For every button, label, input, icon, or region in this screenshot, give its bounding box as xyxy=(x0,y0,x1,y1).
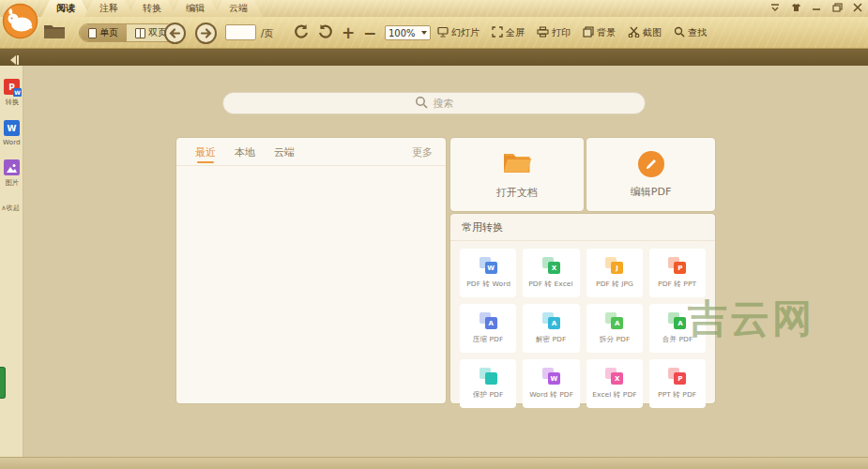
folder-icon xyxy=(502,150,532,178)
pdf-to-word-icon: W xyxy=(480,257,497,274)
zoom-out-button[interactable]: − xyxy=(363,17,376,49)
conv-pdf-to-word[interactable]: W PDF 转 Word xyxy=(460,249,516,297)
slideshow-icon xyxy=(437,26,449,39)
decrypt-pdf-icon: A xyxy=(542,312,560,329)
conv-excel-to-pdf[interactable]: X Excel 转 PDF xyxy=(586,359,643,408)
restore-icon xyxy=(832,3,843,12)
redo-icon xyxy=(316,23,334,44)
restore-button[interactable] xyxy=(830,2,844,13)
close-icon xyxy=(853,3,862,12)
open-document-label: 打开文档 xyxy=(496,186,538,200)
recent-files-list xyxy=(176,166,446,402)
sidebar-collapse-toggle[interactable]: ∧收起 xyxy=(1,204,22,213)
edit-pdf-card[interactable]: 编辑PDF xyxy=(586,138,715,211)
folder-icon xyxy=(43,22,66,44)
statusbar xyxy=(0,457,868,469)
find-button[interactable]: 查找 xyxy=(674,26,707,39)
search-input[interactable]: 搜索 xyxy=(222,92,646,114)
collapse-sidebar-button[interactable] xyxy=(8,52,21,63)
conv-word-to-pdf[interactable]: W Word 转 PDF xyxy=(523,359,579,408)
sidebar-item-word[interactable]: W Word xyxy=(0,120,23,146)
fullscreen-button[interactable]: 全屏 xyxy=(492,26,525,39)
undo-button[interactable] xyxy=(293,17,311,49)
conv-pdf-to-excel[interactable]: X PDF 转 Excel xyxy=(523,249,579,297)
tab-cloud-files[interactable]: 云端 xyxy=(274,138,295,166)
arrow-left-icon xyxy=(163,31,187,49)
conv-pdf-to-ppt[interactable]: P PDF 转 PPT xyxy=(649,249,706,297)
conv-merge-pdf[interactable]: A 合并 PDF xyxy=(649,304,706,353)
page-view-toggle: 单页 双页 xyxy=(79,23,176,42)
zoom-in-button[interactable]: + xyxy=(342,17,355,49)
skin-button[interactable] xyxy=(789,2,802,13)
sidebar-item-convert[interactable]: PW 转换 xyxy=(0,79,23,107)
tab-recent[interactable]: 最近 xyxy=(195,138,216,166)
skin-shirt-icon xyxy=(791,3,801,12)
sidebar-item-image[interactable]: 图片 xyxy=(0,159,23,188)
conversions-grid: W PDF 转 Word X PDF 转 Excel J PDF 转 JPG P… xyxy=(450,241,715,416)
toolbar-tools: 幻灯片 全屏 打印 背景 截图 查找 xyxy=(437,17,707,49)
pdf-to-excel-icon: X xyxy=(542,257,560,274)
background-button[interactable]: 背景 xyxy=(583,26,616,39)
merge-pdf-icon: A xyxy=(668,312,686,329)
recent-files-panel: 最近 本地 云端 更多 xyxy=(176,138,446,403)
rabbit-logo-icon xyxy=(2,25,38,43)
open-file-button[interactable] xyxy=(43,17,66,49)
redo-button[interactable] xyxy=(316,17,334,49)
conv-compress-pdf[interactable]: A 压缩 PDF xyxy=(460,304,516,353)
arrow-right-icon xyxy=(194,31,218,49)
excel-to-pdf-icon: X xyxy=(605,368,623,385)
conv-decrypt-pdf[interactable]: A 解密 PDF xyxy=(523,304,579,353)
window-controls xyxy=(769,1,864,14)
conv-ppt-to-pdf[interactable]: P PPT 转 PDF xyxy=(649,359,706,408)
zoom-level-select[interactable]: 100% xyxy=(385,25,431,40)
tab-edit[interactable]: 编辑 xyxy=(171,0,220,17)
fullscreen-icon xyxy=(492,26,503,39)
search-placeholder: 搜索 xyxy=(434,97,454,111)
forward-button[interactable] xyxy=(194,22,218,45)
tab-convert[interactable]: 转换 xyxy=(128,0,176,17)
chevron-down-icon xyxy=(770,3,780,12)
open-document-card[interactable]: 打开文档 xyxy=(450,138,584,211)
collapse-left-icon xyxy=(8,52,21,69)
tab-read[interactable]: 阅读 xyxy=(41,0,90,17)
back-button[interactable] xyxy=(163,22,187,45)
page-suffix-label: /页 xyxy=(261,27,273,40)
pdf-to-ppt-icon: P xyxy=(668,257,686,274)
minimize-button[interactable] xyxy=(810,2,823,13)
slideshow-button[interactable]: 幻灯片 xyxy=(437,26,480,39)
single-page-button[interactable]: 单页 xyxy=(80,24,127,41)
recent-tabs: 最近 本地 云端 更多 xyxy=(176,138,446,166)
tab-cloud[interactable]: 云端 xyxy=(214,0,263,17)
app-window: 阅读 注释 转换 编辑 云端 xyxy=(0,0,868,469)
hide-toolbar-button[interactable] xyxy=(769,2,782,13)
search-icon xyxy=(674,26,685,39)
pencil-icon xyxy=(638,151,664,177)
tab-annotate[interactable]: 注释 xyxy=(84,0,133,17)
side-indicator xyxy=(0,367,6,399)
split-pdf-icon: A xyxy=(605,312,623,329)
print-button[interactable]: 打印 xyxy=(537,26,571,39)
toolbar: 单页 双页 /页 + − 100% 幻灯 xyxy=(0,17,868,49)
conversions-title: 常用转换 xyxy=(450,214,715,241)
screenshot-button[interactable]: 截图 xyxy=(628,26,662,39)
single-page-icon xyxy=(88,28,97,38)
conv-pdf-to-jpg[interactable]: J PDF 转 JPG xyxy=(586,249,643,297)
conv-split-pdf[interactable]: A 拆分 PDF xyxy=(586,304,643,353)
edit-pdf-label: 编辑PDF xyxy=(631,185,671,199)
panel-collapse-bar xyxy=(0,49,868,66)
word-icon: W xyxy=(4,120,20,136)
double-page-icon xyxy=(135,28,145,38)
close-button[interactable] xyxy=(851,2,864,13)
conv-protect-pdf[interactable]: 保护 PDF xyxy=(460,359,516,408)
image-icon xyxy=(4,159,20,175)
app-logo[interactable] xyxy=(2,3,38,39)
chevron-down-icon xyxy=(421,31,427,35)
page-number-input[interactable] xyxy=(225,24,256,40)
titlebar: 阅读 注释 转换 编辑 云端 xyxy=(0,0,868,17)
word-to-pdf-icon: W xyxy=(542,368,560,385)
protect-pdf-icon xyxy=(480,368,497,385)
tab-local[interactable]: 本地 xyxy=(235,138,255,166)
undo-icon xyxy=(293,23,311,44)
more-link[interactable]: 更多 xyxy=(412,138,433,166)
compress-pdf-icon: A xyxy=(480,312,497,329)
